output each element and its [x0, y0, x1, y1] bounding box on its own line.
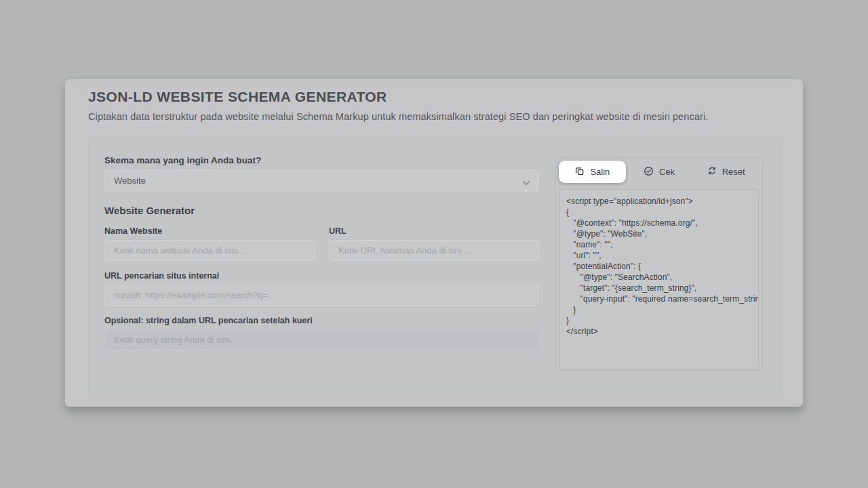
code-line: "@type": "SearchAction", [566, 272, 752, 283]
code-line: "potentialAction": { [566, 261, 752, 272]
url-input[interactable] [329, 240, 539, 261]
page-subtitle: Ciptakan data terstruktur pada website m… [88, 111, 708, 122]
code-line: "@type": "WebSite", [566, 228, 752, 239]
reset-button[interactable]: Reset [692, 161, 760, 183]
query-string-input[interactable] [104, 329, 539, 350]
code-line: } [566, 315, 752, 326]
internal-search-url-label: URL pencarian situs internal [104, 271, 219, 281]
reset-icon [707, 166, 717, 178]
code-output: <script type="application/ld+json">{ "@c… [559, 189, 759, 369]
schema-type-selected-value: Website [114, 176, 146, 186]
website-name-label: Nama Website [104, 226, 162, 236]
output-panel: Salin Cek [555, 157, 763, 371]
output-toolbar: Salin Cek [559, 161, 760, 183]
schema-type-select[interactable]: Website [104, 170, 539, 191]
code-line: } [566, 304, 752, 315]
query-string-label: Opsional: string dalam URL pencarian set… [104, 316, 313, 325]
check-circle-icon [644, 166, 654, 178]
code-line: "target": "{search_term_string}", [566, 283, 752, 293]
generator-card: JSON-LD WEBSITE SCHEMA GENERATOR Ciptaka… [65, 79, 803, 407]
section-title: Website Generator [104, 205, 195, 216]
chevron-down-icon [522, 178, 530, 188]
code-line: "url": "", [566, 250, 752, 261]
code-line: "@context": "https://schema.org/", [566, 218, 752, 228]
internal-search-url-input[interactable] [104, 285, 539, 306]
page-title: JSON-LD WEBSITE SCHEMA GENERATOR [88, 89, 387, 105]
copy-icon [574, 166, 585, 178]
copy-button[interactable]: Salin [559, 161, 626, 183]
code-line: <script type="application/ld+json"> [566, 196, 752, 207]
code-line: { [566, 207, 752, 218]
copy-button-label: Salin [590, 167, 610, 177]
code-line: "query-input": "required name=search_ter… [566, 293, 752, 304]
website-name-input[interactable] [104, 240, 315, 261]
check-button-label: Cek [659, 167, 675, 177]
reset-button-label: Reset [722, 167, 745, 177]
check-button[interactable]: Cek [626, 161, 693, 183]
code-line: "name": "", [566, 239, 752, 250]
code-line: </script> [566, 326, 752, 337]
url-label: URL [329, 226, 347, 236]
schema-select-label: Skema mana yang ingin Anda buat? [104, 155, 261, 165]
generator-panel: Skema mana yang ingin Anda buat? Website… [88, 140, 781, 396]
